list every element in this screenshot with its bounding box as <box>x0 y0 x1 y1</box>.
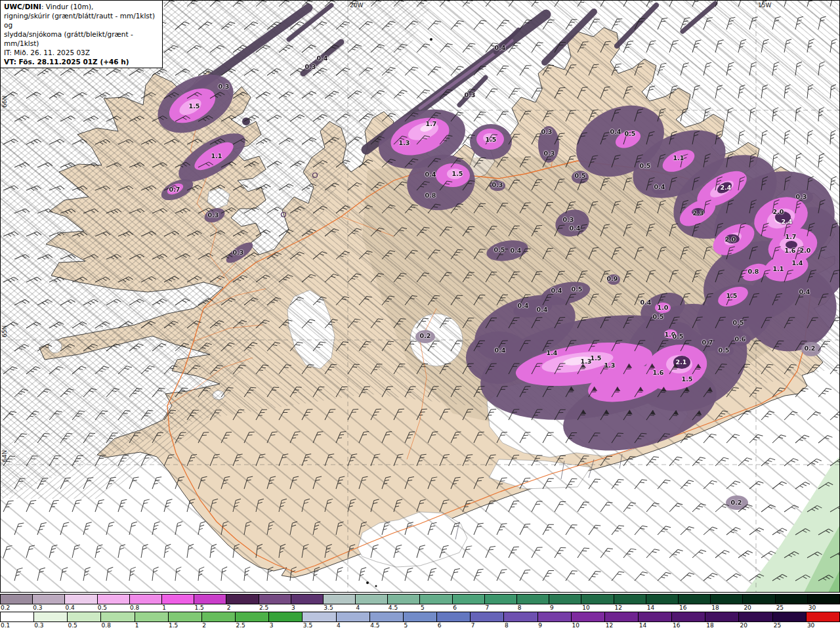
precip-value-label: 2.3 <box>693 209 704 217</box>
valid-time: VT: Fös. 28.11.2025 01Z (+46 h) <box>4 57 159 66</box>
legend-value: 20 <box>743 604 775 612</box>
legend-value: 18 <box>705 622 739 629</box>
legend-segment <box>1 595 33 604</box>
precip-value-label: 1.7 <box>786 233 797 240</box>
precip-value-label: 0.3 <box>492 181 503 188</box>
legend-segment <box>485 595 517 604</box>
legend-value: 14 <box>646 604 679 612</box>
legend-segment <box>808 595 839 604</box>
legend-segment <box>388 595 420 604</box>
precip-value-label: 0.4 <box>640 299 652 306</box>
precip-value-label: 0.4 <box>551 287 562 294</box>
legend-value: 12 <box>605 622 639 629</box>
precip-value-label: 1.5 <box>189 102 200 110</box>
legend-value: 7 <box>471 622 504 629</box>
rain-scale-values: 0.10.30.50.811.522.533.544.5567891012141… <box>0 622 840 629</box>
legend-segment <box>236 612 269 621</box>
legend-segment <box>269 612 303 621</box>
legend-value: 1 <box>135 622 168 629</box>
precip-value-label: 0.6 <box>735 335 746 343</box>
legend-segment <box>471 612 504 621</box>
vestmannaeyjar-island <box>366 581 369 584</box>
precip-value-label: 0.9 <box>607 275 618 282</box>
precip-value-label: 1.4 <box>792 259 803 266</box>
precip-value-label: 0.7 <box>169 186 180 193</box>
legend-segment <box>356 595 388 604</box>
legend-segment <box>572 612 605 621</box>
forecast-info-box: UWC/DINI: Vindur (10m), rigning/skúrir (… <box>0 0 163 68</box>
legend-value: 30 <box>808 604 840 612</box>
precip-value-label: 1.5 <box>682 375 693 383</box>
legend-segment <box>743 595 775 604</box>
precip-value-label: 0.3 <box>544 150 555 157</box>
precip-value-label: 0.2 <box>420 332 431 339</box>
precip-value-label: 0.4 <box>518 302 529 309</box>
legend-segment <box>420 595 452 604</box>
legend-value: 0.5 <box>67 622 100 629</box>
precip-value-label: 0.3 <box>219 83 230 90</box>
legend-value: 2.5 <box>259 604 291 612</box>
legend-segment <box>337 612 370 621</box>
legend-segment <box>202 612 236 621</box>
legend-value: 4.5 <box>388 604 420 612</box>
precip-value-label: 2.1 <box>676 358 687 366</box>
precip-value-label: 0.5 <box>640 162 651 169</box>
precip-value-label: 1.3 <box>604 362 616 369</box>
legend-value: 0.5 <box>97 604 129 612</box>
legend-segment <box>324 595 356 604</box>
legend-value: 16 <box>679 604 711 612</box>
legend-value: 5 <box>403 622 436 629</box>
vestmannaeyjar-island <box>375 585 377 587</box>
precip-value-label: 1.1 <box>211 152 222 159</box>
map-region: 20W15W66N65N64N <box>0 0 840 593</box>
precip-value-label: 0.4 <box>425 171 436 178</box>
legend-segment <box>194 595 226 604</box>
precip-value-label: 1.7 <box>426 120 437 127</box>
legend-value: 1 <box>161 604 194 612</box>
precip-value-label: 2.4 <box>782 218 793 225</box>
legend-value: 4.5 <box>369 622 403 629</box>
legend-segment <box>33 595 65 604</box>
precip-value-label: 0.5 <box>673 333 684 340</box>
legend-value: 0.4 <box>64 604 96 612</box>
precip-value-label: 0.5 <box>733 319 744 326</box>
legend-segment <box>517 595 549 604</box>
legend-value: 9 <box>549 604 581 612</box>
legend-segment <box>549 595 581 604</box>
legend-value: 3.5 <box>323 604 355 612</box>
legend-value: 1.5 <box>194 604 226 612</box>
precip-value-label: 1.0 <box>658 304 669 311</box>
snow-color-scale: 0.20.30.40.50.811.522.533.544.5567891012… <box>0 594 840 612</box>
precip-value-label: 0.7 <box>702 339 713 346</box>
precip-value-label: 0.2 <box>805 345 816 352</box>
legend-value: 18 <box>711 604 743 612</box>
precip-value-label: 0.5 <box>719 346 730 354</box>
legend-segment <box>538 612 572 621</box>
legend-segment <box>705 612 739 621</box>
precip-value-label: 0.4 <box>495 44 506 51</box>
legend-value: 0.3 <box>32 604 64 612</box>
precip-value-label: 0.4 <box>799 288 810 295</box>
precip-value-label: 1.1 <box>673 154 684 161</box>
legend-segment <box>614 595 646 604</box>
legend-segment <box>291 595 324 604</box>
rain-scale-bar <box>0 612 840 622</box>
precip-value-label: 0.2 <box>731 499 742 506</box>
legend-segment <box>581 595 614 604</box>
legend-segment <box>370 612 404 621</box>
legend-value: 10 <box>581 604 614 612</box>
legend-value: 8 <box>504 622 537 629</box>
graticule-label: 15W <box>758 2 771 9</box>
legend-segment <box>437 612 471 621</box>
legend-segment <box>65 595 97 604</box>
legend-value: 2 <box>201 622 235 629</box>
precip-value-label: 1.4 <box>547 349 558 356</box>
legend-segment <box>226 595 259 604</box>
legend-value: 0.1 <box>0 622 33 629</box>
legend-value: 16 <box>672 622 705 629</box>
precip-value-label: 0.4 <box>317 54 328 62</box>
legend-value: 30 <box>807 622 840 629</box>
legend-segment <box>679 595 711 604</box>
legend-segment <box>739 612 772 621</box>
precip-value-label: 1.5 <box>486 136 497 143</box>
